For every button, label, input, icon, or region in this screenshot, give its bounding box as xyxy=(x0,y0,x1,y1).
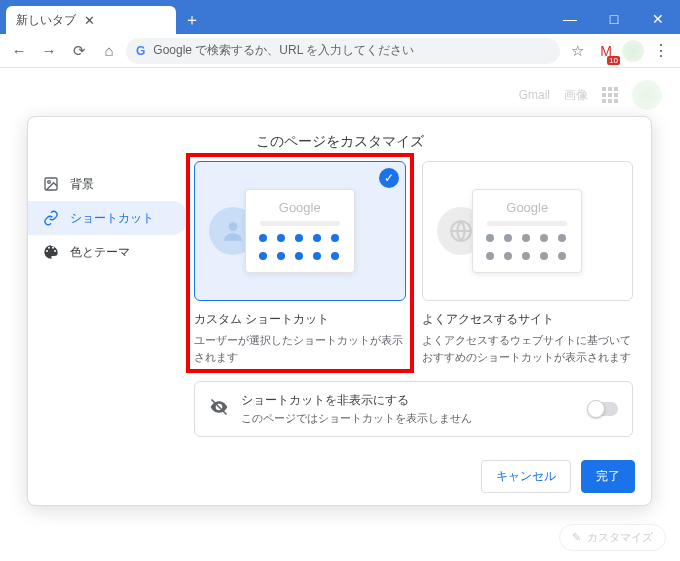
forward-button[interactable]: → xyxy=(36,38,62,64)
omnibox[interactable]: G Google で検索するか、URL を入力してください xyxy=(126,38,560,64)
reload-button[interactable]: ⟳ xyxy=(66,38,92,64)
account-avatar-icon[interactable] xyxy=(632,80,662,110)
svg-point-2 xyxy=(229,222,238,231)
palette-icon xyxy=(42,243,60,261)
bookmark-star-icon[interactable]: ☆ xyxy=(564,38,590,64)
gmail-link[interactable]: Gmail xyxy=(519,88,550,102)
close-window-button[interactable]: ✕ xyxy=(636,4,680,34)
sidebar-label-theme: 色とテーマ xyxy=(70,244,130,261)
eye-off-icon xyxy=(209,397,229,421)
card-most-visited[interactable]: Google よくアクセスするサイト よくアクセスするウェブサイトに基づいておす… xyxy=(422,161,634,365)
images-link[interactable]: 画像 xyxy=(564,87,588,104)
svg-point-1 xyxy=(48,181,51,184)
card-most-desc: よくアクセスするウェブサイトに基づいておすすめのショートカットが表示されます xyxy=(422,332,634,365)
gmail-badge-count: 10 xyxy=(607,56,620,65)
apps-grid-icon[interactable] xyxy=(602,87,618,103)
ntp-header: Gmail 画像 xyxy=(0,68,680,122)
sidebar-item-shortcuts[interactable]: ショートカット xyxy=(28,201,188,235)
close-tab-icon[interactable]: ✕ xyxy=(84,13,95,28)
omnibox-placeholder: Google で検索するか、URL を入力してください xyxy=(153,42,414,59)
mini-ntp-preview: Google xyxy=(245,189,355,273)
new-tab-page: Gmail 画像 このページをカスタマイズ 背景 ショートカッ xyxy=(0,68,680,561)
mini-dots-grey xyxy=(481,234,573,262)
browser-tab[interactable]: 新しいタブ ✕ xyxy=(6,6,176,34)
google-logo: Google xyxy=(254,200,346,215)
hide-shortcuts-row: ショートカットを非表示にする このページではショートカットを表示しません xyxy=(194,381,633,437)
google-g-icon: G xyxy=(136,44,145,58)
profile-avatar-icon[interactable] xyxy=(622,40,644,62)
hide-shortcuts-title: ショートカットを非表示にする xyxy=(241,392,576,409)
selected-check-icon: ✓ xyxy=(379,168,399,188)
card-most-title: よくアクセスするサイト xyxy=(422,311,634,328)
google-logo-grey: Google xyxy=(481,200,573,215)
back-button[interactable]: ← xyxy=(6,38,32,64)
pencil-icon: ✎ xyxy=(572,531,581,544)
customize-fab-label: カスタマイズ xyxy=(587,530,653,545)
sidebar-label-shortcuts: ショートカット xyxy=(70,210,154,227)
window-controls: ― □ ✕ xyxy=(548,4,680,34)
mini-ntp-preview-grey: Google xyxy=(472,189,582,273)
gmail-extension-icon[interactable]: M 10 xyxy=(594,39,618,63)
sidebar-label-background: 背景 xyxy=(70,176,94,193)
customize-dialog: このページをカスタマイズ 背景 ショートカット xyxy=(27,116,652,506)
image-icon xyxy=(42,175,60,193)
hide-shortcuts-toggle[interactable] xyxy=(588,402,618,416)
mini-searchbar xyxy=(260,221,340,226)
new-tab-button[interactable]: ＋ xyxy=(180,8,204,32)
maximize-button[interactable]: □ xyxy=(592,4,636,34)
card-custom-preview: ✓ Google xyxy=(194,161,406,301)
cancel-button[interactable]: キャンセル xyxy=(481,460,571,493)
card-custom-title: カスタム ショートカット xyxy=(194,311,406,328)
minimize-button[interactable]: ― xyxy=(548,4,592,34)
hide-shortcuts-desc: このページではショートカットを表示しません xyxy=(241,411,576,426)
done-button[interactable]: 完了 xyxy=(581,460,635,493)
dialog-title: このページをカスタマイズ xyxy=(28,117,651,161)
mini-searchbar-grey xyxy=(487,221,567,226)
tab-title: 新しいタブ xyxy=(16,12,76,29)
window-titlebar: 新しいタブ ✕ ＋ ― □ ✕ xyxy=(0,0,680,34)
sidebar-item-background[interactable]: 背景 xyxy=(28,167,188,201)
dialog-sidebar: 背景 ショートカット 色とテーマ xyxy=(28,161,188,448)
mini-dots-blue xyxy=(254,234,346,262)
card-most-preview: Google xyxy=(422,161,634,301)
dialog-content: ✓ Google xyxy=(188,161,651,448)
browser-menu-button[interactable]: ⋮ xyxy=(648,38,674,64)
link-icon xyxy=(42,209,60,227)
customize-fab[interactable]: ✎ カスタマイズ xyxy=(559,524,666,551)
card-custom-desc: ユーザーが選択したショートカットが表示されます xyxy=(194,332,406,365)
card-custom-shortcuts[interactable]: ✓ Google xyxy=(194,161,406,365)
sidebar-item-theme[interactable]: 色とテーマ xyxy=(28,235,188,269)
browser-toolbar: ← → ⟳ ⌂ G Google で検索するか、URL を入力してください ☆ … xyxy=(0,34,680,68)
dialog-footer: キャンセル 完了 xyxy=(28,448,651,505)
home-button[interactable]: ⌂ xyxy=(96,38,122,64)
